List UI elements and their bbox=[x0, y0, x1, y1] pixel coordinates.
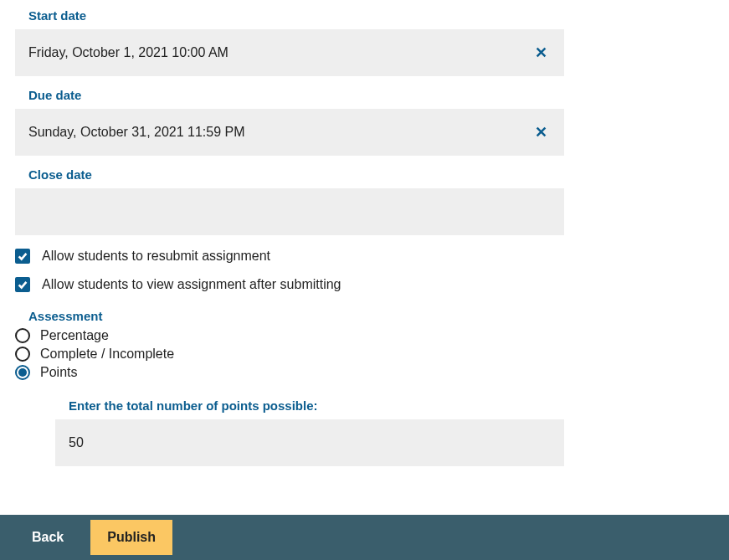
footer-bar: Back Publish bbox=[0, 515, 729, 560]
resubmit-option-row[interactable]: Allow students to resubmit assignment bbox=[15, 249, 562, 264]
view-after-label: Allow students to view assignment after … bbox=[42, 277, 341, 292]
points-input[interactable]: 50 bbox=[55, 419, 564, 466]
back-button[interactable]: Back bbox=[32, 530, 64, 545]
points-value: 50 bbox=[69, 435, 84, 450]
clear-due-date-icon[interactable]: ✕ bbox=[531, 121, 551, 143]
check-icon bbox=[17, 279, 28, 290]
start-date-input[interactable]: Friday, October 1, 2021 10:00 AM ✕ bbox=[15, 29, 564, 76]
start-date-value: Friday, October 1, 2021 10:00 AM bbox=[28, 45, 228, 60]
complete-label: Complete / Incomplete bbox=[40, 347, 174, 362]
close-date-input[interactable] bbox=[15, 188, 564, 235]
view-after-checkbox[interactable] bbox=[15, 277, 30, 292]
complete-radio[interactable] bbox=[15, 347, 30, 362]
publish-button[interactable]: Publish bbox=[90, 520, 172, 555]
check-icon bbox=[17, 250, 28, 262]
assessment-complete-option[interactable]: Complete / Incomplete bbox=[15, 347, 562, 362]
assessment-points-option[interactable]: Points bbox=[15, 365, 562, 380]
resubmit-checkbox[interactable] bbox=[15, 249, 30, 264]
due-date-input[interactable]: Sunday, October 31, 2021 11:59 PM ✕ bbox=[15, 109, 564, 156]
percentage-radio[interactable] bbox=[15, 328, 30, 343]
points-prompt-label: Enter the total number of points possibl… bbox=[69, 398, 562, 413]
percentage-label: Percentage bbox=[40, 328, 109, 343]
clear-start-date-icon[interactable]: ✕ bbox=[531, 42, 551, 64]
start-date-label: Start date bbox=[28, 8, 562, 23]
assessment-title: Assessment bbox=[28, 309, 562, 323]
close-date-label: Close date bbox=[28, 167, 562, 182]
points-label: Points bbox=[40, 365, 77, 380]
assessment-percentage-option[interactable]: Percentage bbox=[15, 328, 562, 343]
points-radio[interactable] bbox=[15, 365, 30, 380]
view-after-option-row[interactable]: Allow students to view assignment after … bbox=[15, 277, 562, 292]
resubmit-label: Allow students to resubmit assignment bbox=[42, 249, 270, 264]
due-date-value: Sunday, October 31, 2021 11:59 PM bbox=[28, 125, 245, 140]
due-date-label: Due date bbox=[28, 88, 562, 102]
